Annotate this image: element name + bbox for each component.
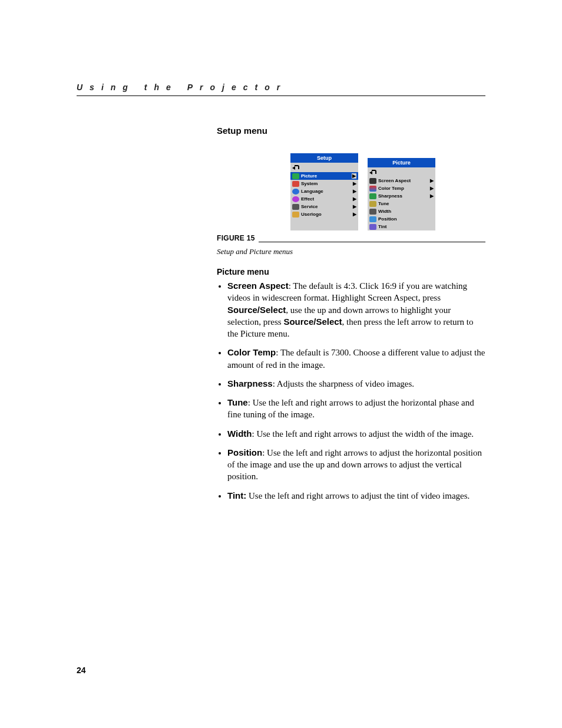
osd-back-row[interactable]	[290, 163, 358, 172]
osd-item-service[interactable]: Service ▶	[290, 203, 358, 210]
list-item: Position: Use the left and right arrows …	[227, 447, 485, 483]
running-header: Using the Projector	[77, 83, 485, 96]
figure-label: FIGURE 15	[217, 234, 255, 242]
list-item: Tint: Use the left and right arrows to a…	[227, 490, 485, 502]
text: : Adjusts the sharpness of video images.	[273, 379, 414, 388]
osd-item-width[interactable]: Width	[368, 207, 435, 215]
osd-item-label: Screen Aspect	[378, 178, 430, 183]
list-item: Width: Use the left and right arrows to …	[227, 428, 485, 440]
section-title: Setup menu	[217, 126, 485, 136]
text: : Use the left and right arrows to adjus…	[252, 429, 474, 439]
osd-item-label: Color Temp	[378, 186, 430, 191]
chevron-right-icon: ▶	[353, 189, 356, 194]
osd-item-label: Tint	[378, 224, 434, 229]
term: Width	[227, 429, 252, 439]
osd-picture-title: Picture	[368, 158, 435, 167]
osd-picture-menu: Picture Screen Aspect ▶ Color Temp ▶ Sha…	[368, 158, 435, 230]
osd-back-row[interactable]	[368, 167, 435, 177]
picture-icon	[292, 173, 299, 179]
text: : Use the left and right arrows to adjus…	[227, 398, 474, 419]
osd-item-label: Position	[378, 216, 434, 222]
term: Sharpness	[227, 378, 273, 388]
osd-item-label: Language	[301, 189, 353, 194]
language-icon	[292, 189, 299, 195]
osd-item-label: Effect	[301, 196, 353, 202]
chevron-right-icon: ▶	[353, 181, 356, 186]
osd-item-effect[interactable]: Effect ▶	[290, 195, 358, 203]
osd-item-label: Tune	[378, 201, 434, 206]
osd-item-position[interactable]: Position	[368, 215, 435, 223]
color-temp-icon	[369, 186, 376, 192]
effect-icon	[292, 196, 299, 202]
system-icon	[292, 181, 299, 187]
osd-item-userlogo[interactable]: Userlogo ▶	[290, 210, 358, 218]
picture-menu-heading: Picture menu	[217, 267, 485, 276]
osd-item-label: Width	[378, 209, 434, 214]
chevron-right-icon: ▶	[353, 204, 356, 209]
position-icon	[369, 216, 376, 222]
chevron-right-icon: ▶	[430, 186, 434, 191]
list-item: Sharpness: Adjusts the sharpness of vide…	[227, 378, 485, 390]
screen-aspect-icon	[369, 178, 376, 184]
osd-item-tune[interactable]: Tune	[368, 200, 435, 207]
chevron-right-icon: ▶	[353, 196, 356, 202]
chevron-right-icon: ▶	[430, 178, 434, 183]
chevron-right-icon: ▶	[352, 173, 356, 179]
osd-item-system[interactable]: System ▶	[290, 180, 358, 187]
osd-item-label: Service	[301, 204, 353, 209]
osd-item-color-temp[interactable]: Color Temp ▶	[368, 185, 435, 192]
figure-caption: Setup and Picture menus	[217, 247, 485, 256]
list-item: Color Temp: The default is 7300. Choose …	[227, 347, 485, 371]
osd-item-label: Picture	[301, 173, 352, 179]
picture-menu-list: Screen Aspect: The default is 4:3. Click…	[217, 280, 485, 502]
osd-setup-menu: Setup Picture ▶ System ▶ Language ▶	[290, 153, 358, 230]
chevron-right-icon: ▶	[430, 193, 434, 199]
osd-item-picture[interactable]: Picture ▶	[290, 172, 358, 180]
userlogo-icon	[292, 212, 299, 218]
osd-item-language[interactable]: Language ▶	[290, 187, 358, 195]
tint-icon	[369, 224, 376, 230]
osd-item-screen-aspect[interactable]: Screen Aspect ▶	[368, 177, 435, 185]
sharpness-icon	[369, 193, 376, 199]
chevron-right-icon: ▶	[353, 212, 356, 217]
term: Tint:	[227, 490, 246, 500]
osd-item-sharpness[interactable]: Sharpness ▶	[368, 192, 435, 200]
back-arrow-icon	[369, 170, 376, 176]
page-number: 24	[77, 666, 86, 675]
osd-item-tint[interactable]: Tint	[368, 223, 435, 230]
term-inline: Source/Select	[227, 305, 286, 315]
tune-icon	[369, 201, 376, 207]
osd-item-label: System	[301, 181, 353, 186]
text: : Use the left and right arrows to adjus…	[227, 448, 482, 482]
list-item: Screen Aspect: The default is 4:3. Click…	[227, 280, 485, 340]
term-inline: Source/Select	[283, 317, 342, 327]
term: Color Temp	[227, 347, 276, 357]
term: Tune	[227, 397, 248, 407]
list-item: Tune: Use the left and right arrows to a…	[227, 397, 485, 421]
term: Position	[227, 447, 262, 457]
osd-setup-title: Setup	[290, 153, 358, 163]
figure-rule	[259, 236, 485, 242]
text: Use the left and right arrows to adjust …	[246, 491, 470, 500]
width-icon	[369, 209, 376, 215]
service-icon	[292, 204, 299, 210]
term: Screen Aspect	[227, 281, 289, 291]
back-arrow-icon	[292, 165, 299, 171]
osd-item-label: Userlogo	[301, 212, 353, 217]
figure-menus: Setup Picture ▶ System ▶ Language ▶	[217, 153, 485, 230]
osd-item-label: Sharpness	[378, 193, 430, 199]
